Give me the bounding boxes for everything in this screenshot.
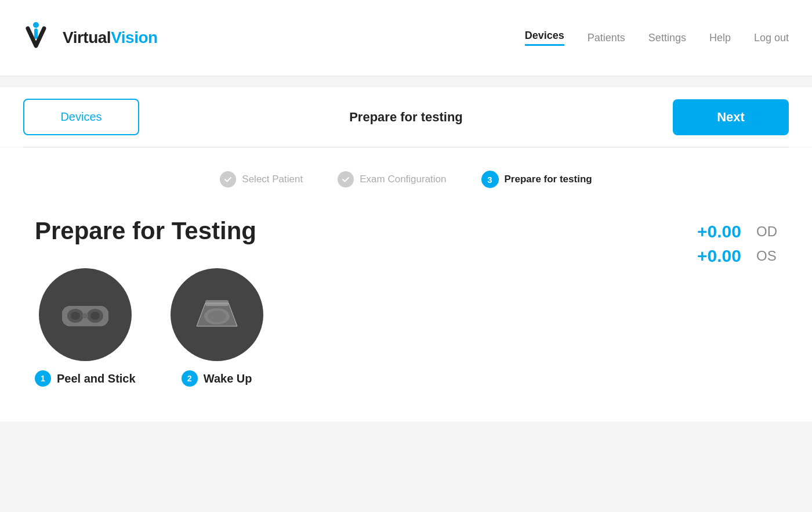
content-area: Select Patient Exam Configuration 3 Prep…	[0, 147, 812, 421]
step1-check-icon	[220, 171, 236, 188]
nav-logout[interactable]: Log out	[754, 32, 789, 44]
peel-stick-icon	[59, 289, 111, 341]
svg-rect-6	[82, 313, 88, 318]
prepare-title: Prepare for Testing	[35, 217, 674, 245]
header: VirtualVision Devices Patients Settings …	[0, 0, 812, 75]
devices-button[interactable]: Devices	[23, 99, 139, 135]
svg-point-0	[33, 22, 39, 28]
step-prepare-testing: 3 Prepare for testing	[481, 171, 592, 188]
step3-label: Prepare for testing	[505, 174, 592, 185]
wake-up-label: Wake Up	[204, 372, 252, 385]
device-peel-stick: 1 Peel and Stick	[35, 268, 136, 387]
od-value: +0.00	[697, 222, 749, 241]
od-label: OD	[756, 223, 777, 240]
prepare-section: Prepare for Testing	[35, 217, 777, 387]
nav-devices[interactable]: Devices	[525, 30, 564, 46]
step3-number: 3	[481, 171, 499, 188]
nav-patients[interactable]: Patients	[588, 32, 625, 44]
prepare-left: Prepare for Testing	[35, 217, 674, 387]
svg-point-7	[71, 312, 80, 320]
nav: Devices Patients Settings Help Log out	[525, 30, 789, 46]
next-button[interactable]: Next	[673, 99, 789, 135]
svg-rect-11	[205, 300, 229, 306]
top-bar-title: Prepare for testing	[139, 110, 673, 125]
device-wake-up: 2 Wake Up	[171, 268, 263, 387]
od-row: +0.00 OD	[697, 222, 777, 241]
nav-settings[interactable]: Settings	[648, 32, 686, 44]
step2-check-icon	[338, 171, 354, 188]
os-value: +0.00	[697, 246, 749, 266]
wake-up-icon-circle	[171, 268, 263, 361]
svg-point-8	[90, 312, 100, 320]
nav-help[interactable]: Help	[709, 32, 731, 44]
device-cards: 1 Peel and Stick	[35, 268, 674, 387]
os-row: +0.00 OS	[697, 246, 777, 266]
wake-up-number: 2	[182, 370, 198, 387]
step-exam-config: Exam Configuration	[338, 171, 446, 188]
peel-stick-label: Peel and Stick	[57, 372, 136, 385]
step-select-patient: Select Patient	[220, 171, 303, 188]
step1-label: Select Patient	[242, 174, 303, 185]
peel-stick-icon-circle	[39, 268, 132, 361]
svg-rect-1	[34, 28, 38, 39]
peel-stick-label-row: 1 Peel and Stick	[35, 370, 136, 387]
svg-point-13	[208, 311, 226, 322]
step2-label: Exam Configuration	[360, 174, 446, 185]
logo-icon	[23, 20, 58, 55]
wake-up-label-row: 2 Wake Up	[182, 370, 252, 387]
logo-text: VirtualVision	[63, 28, 158, 47]
logo: VirtualVision	[23, 20, 158, 55]
wake-up-icon	[191, 289, 243, 341]
top-bar: Devices Prepare for testing Next	[0, 87, 812, 147]
peel-stick-number: 1	[35, 370, 51, 387]
od-os-panel: +0.00 OD +0.00 OS	[697, 217, 777, 266]
os-label: OS	[756, 248, 777, 264]
steps-progress: Select Patient Exam Configuration 3 Prep…	[35, 171, 777, 188]
main-content: Devices Prepare for testing Next Select …	[0, 87, 812, 421]
